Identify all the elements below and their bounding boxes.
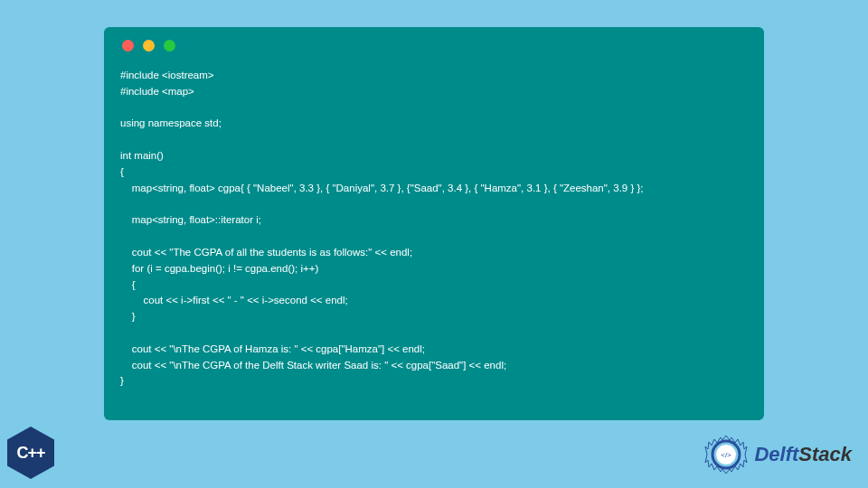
- code-window: #include <iostream> #include <map> using…: [104, 27, 764, 420]
- code-line: }: [120, 311, 136, 322]
- delftstack-icon: </>: [703, 432, 749, 477]
- maximize-icon: [164, 40, 175, 52]
- code-line: using namespace std;: [120, 117, 222, 128]
- brand-name-2: Stack: [798, 443, 852, 465]
- code-block: #include <iostream> #include <map> using…: [120, 68, 748, 389]
- hexagon-icon: C++: [7, 427, 54, 479]
- svg-text:</>: </>: [722, 451, 732, 459]
- code-line: map<string, float>::iterator i;: [120, 214, 261, 225]
- delftstack-text: DelftStack: [754, 443, 852, 466]
- close-icon: [122, 40, 134, 52]
- code-line: cout << "\nThe CGPA of the Delft Stack w…: [120, 360, 506, 371]
- code-line: #include <iostream>: [120, 70, 214, 80]
- cpp-label: C++: [16, 444, 44, 463]
- minimize-icon: [143, 40, 155, 52]
- code-line: for (i = cgpa.begin(); i != cgpa.end(); …: [120, 263, 318, 274]
- cpp-badge: C++: [7, 427, 54, 479]
- code-line: {: [120, 279, 136, 290]
- code-line: #include <map>: [120, 86, 194, 97]
- window-controls: [120, 38, 748, 52]
- code-line: }: [120, 375, 124, 386]
- code-line: cout << "The CGPA of all the students is…: [120, 247, 412, 258]
- code-line: int main(): [120, 150, 164, 161]
- brand-name-1: Delft: [754, 443, 798, 465]
- code-line: map<string, float> cgpa{ { "Nabeel", 3.3…: [120, 183, 644, 193]
- code-line: cout << "\nThe CGPA of Hamza is: " << cg…: [120, 343, 425, 354]
- code-line: cout << i->first << " - " << i->second <…: [120, 295, 348, 305]
- code-line: {: [120, 166, 124, 177]
- delftstack-logo: </> DelftStack: [703, 432, 852, 477]
